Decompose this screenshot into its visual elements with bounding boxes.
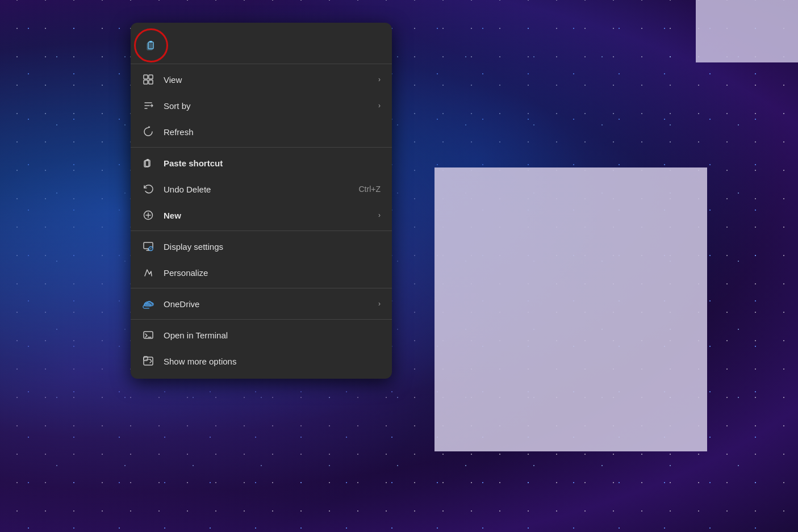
more-options-icon [142, 355, 154, 367]
svg-rect-6 [149, 80, 153, 84]
view-label: View [164, 75, 369, 85]
view-icon [142, 73, 154, 86]
undo-icon [142, 183, 154, 195]
sort-by-chevron: › [378, 102, 381, 110]
divider-4 [131, 319, 392, 320]
onedrive-icon [142, 298, 154, 310]
purple-rect-main [434, 167, 707, 451]
new-icon [142, 209, 154, 221]
menu-item-display-settings[interactable]: Display settings [131, 233, 392, 259]
open-terminal-label: Open in Terminal [164, 330, 381, 340]
sort-icon [142, 99, 154, 112]
menu-item-paste-shortcut[interactable]: Paste shortcut [131, 150, 392, 176]
toolbar-paste-button[interactable] [139, 33, 164, 58]
divider-2 [131, 231, 392, 231]
undo-delete-shortcut: Ctrl+Z [359, 185, 381, 194]
refresh-icon [142, 125, 154, 138]
menu-item-show-more-options[interactable]: Show more options [131, 348, 392, 374]
terminal-icon [142, 329, 154, 341]
new-chevron: › [378, 211, 381, 219]
paste-shortcut-icon [142, 157, 154, 169]
svg-rect-1 [149, 41, 152, 43]
svg-rect-2 [147, 43, 152, 50]
menu-item-new[interactable]: New › [131, 202, 392, 228]
svg-rect-5 [144, 80, 148, 84]
refresh-label: Refresh [164, 127, 381, 137]
new-label: New [164, 211, 369, 220]
context-menu-toolbar [131, 27, 392, 64]
menu-item-personalize[interactable]: Personalize [131, 259, 392, 286]
menu-item-refresh[interactable]: Refresh [131, 119, 392, 145]
sort-by-label: Sort by [164, 101, 369, 111]
personalize-icon [142, 266, 154, 279]
paste-icon [145, 40, 157, 51]
divider-3 [131, 288, 392, 288]
show-more-options-label: Show more options [164, 357, 381, 366]
menu-item-open-terminal[interactable]: Open in Terminal [131, 322, 392, 348]
personalize-label: Personalize [164, 268, 381, 278]
menu-item-onedrive[interactable]: OneDrive › [131, 291, 392, 317]
display-icon [142, 240, 154, 253]
paste-shortcut-label: Paste shortcut [164, 158, 381, 168]
svg-rect-4 [149, 75, 153, 79]
menu-item-view[interactable]: View › [131, 66, 392, 93]
svg-rect-3 [144, 75, 148, 79]
menu-item-sort-by[interactable]: Sort by › [131, 93, 392, 119]
onedrive-label: OneDrive [164, 299, 369, 309]
menu-item-undo-delete[interactable]: Undo Delete Ctrl+Z [131, 176, 392, 202]
onedrive-chevron: › [378, 300, 381, 308]
view-chevron: › [378, 76, 381, 83]
purple-rect-top [696, 0, 798, 62]
display-settings-label: Display settings [164, 242, 381, 252]
divider-1 [131, 147, 392, 148]
context-menu: View › Sort by › Refresh [131, 23, 392, 379]
svg-point-17 [151, 248, 152, 249]
undo-delete-label: Undo Delete [164, 185, 350, 194]
